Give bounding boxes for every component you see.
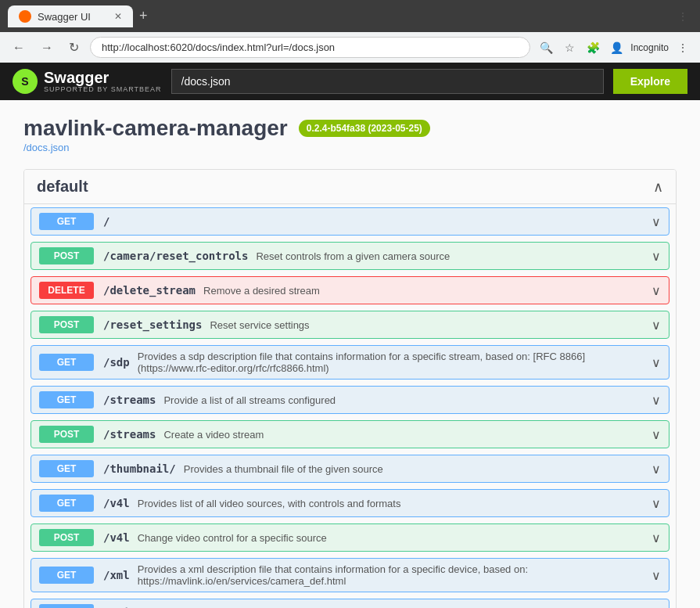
endpoint-path: /streams (103, 428, 156, 441)
endpoint-row[interactable]: POST/v4lChange video control for a speci… (31, 523, 669, 552)
endpoint-path: /delete_stream (103, 284, 196, 297)
swagger-search-input[interactable] (171, 69, 604, 94)
browser-toolbar: ← → ↻ 🔍 ☆ 🧩 👤 Incognito ⋮ (0, 32, 700, 63)
endpoint-row[interactable]: POST/camera/reset_controlsReset controls… (31, 242, 669, 270)
endpoint-row[interactable]: GET/thumbnail/Provides a thumbnail file … (31, 455, 669, 483)
endpoint-row[interactable]: DELETE/delete_streamRemove a desired str… (31, 276, 669, 304)
endpoint-expand-icon[interactable]: ∨ (652, 531, 661, 545)
endpoint-expand-icon[interactable]: ∨ (652, 355, 661, 370)
method-badge: POST (39, 529, 94, 546)
forward-button[interactable]: → (36, 38, 58, 58)
search-icon[interactable]: 🔍 (537, 38, 555, 57)
section-chevron: ∧ (653, 178, 663, 196)
endpoint-row[interactable]: POST/streamsCreate a video stream∨ (31, 420, 669, 448)
section-title: default (37, 178, 88, 196)
swagger-logo-icon: S (13, 69, 38, 94)
endpoint-expand-icon[interactable]: ∨ (652, 462, 661, 477)
endpoint-path: /thumbnail/ (103, 462, 176, 475)
method-badge: GET (39, 604, 94, 608)
endpoint-expand-icon[interactable]: ∨ (652, 283, 661, 298)
endpoint-expand-icon[interactable]: ∨ (652, 606, 661, 609)
tab-favicon (19, 10, 31, 23)
endpoint-row[interactable]: GET/∨ (31, 207, 669, 236)
method-badge: POST (39, 316, 94, 333)
tab-close-button[interactable]: ✕ (114, 11, 122, 22)
back-button[interactable]: ← (8, 38, 30, 58)
browser-chrome: Swagger UI ✕ + ⋮ (0, 0, 700, 32)
method-badge: POST (39, 426, 94, 443)
method-badge: GET (39, 391, 94, 408)
method-badge: GET (39, 460, 94, 477)
address-bar[interactable] (90, 37, 530, 58)
browser-tabs: Swagger UI ✕ + (8, 5, 667, 27)
browser-tab-active[interactable]: Swagger UI ✕ (8, 5, 133, 27)
endpoint-desc: Remove a desired stream (203, 285, 652, 297)
endpoint-desc: Provides a xml description file that con… (138, 563, 652, 587)
endpoint-path: / (103, 215, 109, 228)
method-badge: GET (39, 567, 94, 584)
endpoint-expand-icon[interactable]: ∨ (652, 568, 661, 583)
tab-title: Swagger UI (38, 11, 91, 23)
endpoint-desc: Create a video stream (163, 429, 652, 441)
profile-icon[interactable]: 👤 (607, 38, 626, 57)
swagger-logo-text: Swagger (44, 70, 162, 85)
endpoint-row[interactable]: POST/reset_settingsReset service setting… (31, 311, 669, 339)
endpoint-desc: Reset service settings (210, 319, 652, 331)
endpoint-row[interactable]: GET/{filename}∨ (31, 599, 669, 608)
extension-icon[interactable]: 🧩 (583, 38, 602, 57)
swagger-logo-text-block: Swagger SUPPORTED BY SMARTBEAR (44, 70, 162, 93)
endpoint-expand-icon[interactable]: ∨ (652, 249, 661, 264)
endpoint-desc: Provide a list of all streams configured (163, 394, 652, 406)
app-title-row: mavlink-camera-manager 0.2.4-b54fa38 (20… (23, 116, 677, 141)
endpoint-list: GET/∨POST/camera/reset_controlsReset con… (24, 204, 676, 608)
method-badge: DELETE (39, 282, 94, 299)
incognito-label: Incognito (630, 42, 669, 53)
endpoint-row[interactable]: GET/v4lProvides list of all video source… (31, 489, 669, 517)
endpoint-expand-icon[interactable]: ∨ (652, 214, 661, 229)
default-section: default ∧ GET/∨POST/camera/reset_control… (23, 169, 677, 608)
endpoint-desc: Reset controls from a given camera sourc… (256, 250, 652, 262)
endpoint-path: /camera/reset_controls (103, 250, 248, 262)
more-options-icon[interactable]: ⋮ (673, 38, 692, 57)
endpoint-expand-icon[interactable]: ∨ (652, 318, 661, 333)
docs-link[interactable]: /docs.json (23, 142, 70, 153)
endpoint-path: /v4l (103, 531, 130, 544)
endpoint-row[interactable]: GET/streamsProvide a list of all streams… (31, 386, 669, 414)
version-badge: 0.2.4-b54fa38 (2023-05-25) (299, 120, 430, 137)
endpoint-path: /streams (103, 394, 156, 406)
reload-button[interactable]: ↻ (64, 37, 84, 58)
endpoint-expand-icon[interactable]: ∨ (652, 427, 661, 442)
endpoint-path: /reset_settings (103, 318, 202, 331)
endpoint-path: /v4l (103, 497, 130, 509)
swagger-logo-sub: SUPPORTED BY SMARTBEAR (44, 85, 162, 93)
endpoint-row[interactable]: GET/sdpProvides a sdp description file t… (31, 345, 669, 380)
method-badge: GET (39, 213, 94, 230)
swagger-logo: S Swagger SUPPORTED BY SMARTBEAR (13, 69, 162, 94)
endpoint-expand-icon[interactable]: ∨ (652, 393, 661, 408)
explore-button[interactable]: Explore (613, 69, 687, 94)
endpoint-desc: Provides a sdp description file that con… (138, 351, 652, 374)
app-title: mavlink-camera-manager (23, 116, 288, 141)
endpoint-path: /sdp (103, 356, 130, 369)
method-badge: GET (39, 354, 94, 371)
toolbar-icons: 🔍 ☆ 🧩 👤 Incognito ⋮ (537, 38, 692, 57)
swagger-body: mavlink-camera-manager 0.2.4-b54fa38 (20… (0, 100, 700, 608)
method-badge: GET (39, 495, 94, 512)
endpoint-path: /xml (103, 569, 130, 581)
endpoint-desc: Change video control for a specific sour… (138, 532, 652, 544)
new-tab-button[interactable]: + (136, 5, 151, 27)
endpoint-desc: Provides list of all video sources, with… (138, 498, 652, 509)
bookmark-icon[interactable]: ☆ (560, 38, 579, 57)
swagger-header: S Swagger SUPPORTED BY SMARTBEAR Explore (0, 63, 700, 100)
endpoint-row[interactable]: GET/xmlProvides a xml description file t… (31, 558, 669, 592)
browser-menu-icon[interactable]: ⋮ (673, 7, 692, 26)
method-badge: POST (39, 247, 94, 264)
endpoint-expand-icon[interactable]: ∨ (652, 496, 661, 511)
section-header[interactable]: default ∧ (24, 170, 676, 204)
endpoint-desc: Provides a thumbnail file of the given s… (184, 463, 652, 475)
